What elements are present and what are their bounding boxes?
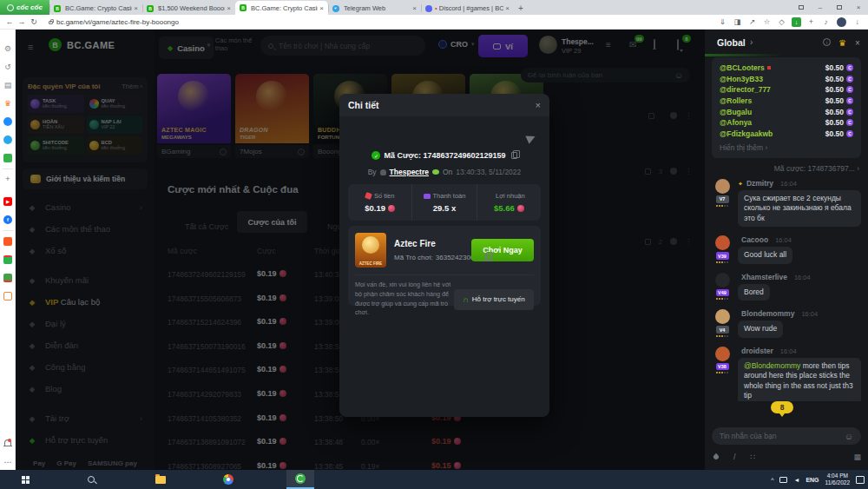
- mention[interactable]: @Blondemommy: [744, 361, 800, 370]
- save-page-icon[interactable]: ⇓: [715, 17, 730, 26]
- profile-avatar[interactable]: [837, 17, 846, 27]
- tip-username[interactable]: @BCLooters: [720, 63, 771, 72]
- back-icon[interactable]: ←: [3, 17, 16, 26]
- chat-close-icon[interactable]: ×: [855, 38, 860, 48]
- hot-icon[interactable]: ♛: [3, 98, 13, 109]
- volume-icon[interactable]: ◄: [793, 477, 799, 483]
- clock[interactable]: 4:04 PM 11/6/2022: [825, 472, 850, 487]
- facebook-icon[interactable]: f: [3, 215, 13, 225]
- history-icon[interactable]: ↺: [3, 62, 13, 72]
- avatar[interactable]: [715, 179, 730, 194]
- message-username[interactable]: Xhamsterlive: [741, 273, 787, 281]
- avatar[interactable]: [715, 273, 730, 287]
- adblock-shield-icon[interactable]: ◇: [774, 17, 789, 26]
- share-icon[interactable]: ↗: [745, 17, 760, 26]
- reload-icon[interactable]: ↻: [28, 17, 40, 26]
- chrome-icon[interactable]: [215, 470, 241, 489]
- chat-bet-reference[interactable]: Mã cược: 1748736797... ›: [774, 164, 859, 173]
- browser-tab[interactable]: BC.Game: Crypto Casino Gam ×: [49, 2, 142, 15]
- rain-tip-icon[interactable]: [713, 453, 720, 460]
- add-shortcut-icon[interactable]: +: [3, 174, 13, 184]
- browser-tab[interactable]: • Discord | #games | BC G ×: [421, 2, 514, 15]
- action-center-icon[interactable]: [856, 476, 865, 484]
- tip-username[interactable]: @Hon3yB33: [720, 75, 763, 83]
- hidden-icons-arrow[interactable]: ^: [771, 477, 773, 483]
- message-username[interactable]: Cacooo: [741, 235, 768, 244]
- taskbar-search-icon[interactable]: [78, 470, 104, 489]
- tab-close-icon[interactable]: ×: [134, 4, 138, 12]
- avatar[interactable]: [715, 309, 730, 324]
- gift-icon[interactable]: [3, 254, 13, 265]
- chat-room-selector[interactable]: Global: [717, 37, 746, 48]
- games-icon[interactable]: [3, 153, 13, 163]
- language-indicator[interactable]: ENG: [806, 477, 819, 483]
- youtube-icon[interactable]: ▶: [3, 196, 13, 207]
- tab-close-icon[interactable]: ×: [505, 4, 510, 12]
- copy-icon[interactable]: [511, 152, 517, 159]
- game-thumbnail[interactable]: AZTEC FIRE: [355, 233, 386, 268]
- tab-close-icon[interactable]: ×: [227, 4, 231, 12]
- message-username[interactable]: Dzmitry: [746, 179, 773, 188]
- settings-icon[interactable]: ⚙: [3, 43, 13, 54]
- browser-tab[interactable]: Telegram Web ×: [328, 2, 421, 15]
- tip-username[interactable]: @Afonya: [720, 118, 752, 127]
- live-support-button[interactable]: ∩Hỗ trợ trực tuyến: [454, 289, 534, 310]
- chat-message: V4 Blondemommy 16:04 Wow rude: [712, 309, 865, 337]
- address-bar[interactable]: bc.game/vi/game/aztec-fire-by-booongo: [56, 18, 715, 26]
- play-now-button[interactable]: Chơi Ngay: [471, 239, 534, 261]
- deals-icon[interactable]: [3, 273, 13, 283]
- forward-icon[interactable]: →: [16, 17, 28, 26]
- emoji-picker-icon[interactable]: ☺: [845, 432, 853, 441]
- tip-username[interactable]: @director_777: [720, 85, 771, 94]
- avatar[interactable]: [715, 347, 730, 361]
- tip-username[interactable]: @Rollers: [720, 96, 752, 105]
- tab-search-icon[interactable]: [792, 0, 811, 15]
- coccoc-menu-button[interactable]: cốc cốc: [0, 0, 49, 15]
- red-dot-icon: [767, 66, 771, 69]
- chat-message-input[interactable]: Tin nhắn của bạn ☺: [712, 427, 861, 445]
- chat-rules-icon[interactable]: i: [823, 38, 831, 46]
- tab-close-icon[interactable]: ×: [412, 4, 417, 12]
- shop-icon[interactable]: [3, 236, 13, 247]
- close-button[interactable]: ×: [849, 0, 868, 15]
- notifications-bell-icon[interactable]: [3, 438, 13, 448]
- modal-close-icon[interactable]: ×: [536, 100, 541, 110]
- translate-icon[interactable]: ◨: [730, 17, 745, 26]
- network-icon[interactable]: [779, 477, 787, 483]
- copy-icon[interactable]: [484, 254, 490, 261]
- message-username[interactable]: droidster: [741, 347, 773, 355]
- trophy-icon[interactable]: ♛: [838, 38, 846, 48]
- chat-commands-icon[interactable]: /: [733, 453, 736, 461]
- browser-tab[interactable]: BC.Game: Crypto Casino Gam ×: [235, 1, 328, 15]
- show-more-link[interactable]: Hiển thị thêm ›: [720, 143, 853, 152]
- new-tab-button[interactable]: +: [514, 2, 528, 15]
- avatar[interactable]: [715, 235, 730, 250]
- tip-amount: $0.50: [825, 63, 853, 72]
- file-explorer-icon[interactable]: [148, 470, 174, 489]
- share-bet-icon[interactable]: [525, 132, 536, 143]
- coccoc-download-icon[interactable]: ↓: [792, 17, 801, 27]
- start-button[interactable]: [12, 470, 38, 489]
- browser-tab[interactable]: $1,500 Weekend Booongo M ×: [142, 2, 235, 15]
- padlock-icon[interactable]: [49, 21, 53, 24]
- tip-username[interactable]: @Fdizkgaakwb: [720, 129, 773, 138]
- player-name[interactable]: Thespectre: [390, 168, 429, 176]
- maximize-button[interactable]: [830, 0, 849, 15]
- coccoc-taskbar-icon[interactable]: [286, 470, 314, 489]
- minimize-button[interactable]: –: [811, 0, 830, 15]
- extensions-icon[interactable]: +: [804, 17, 819, 26]
- downloads-icon[interactable]: ↓: [850, 17, 865, 26]
- cart-icon[interactable]: [3, 291, 13, 301]
- bookmark-star-icon[interactable]: ☆: [760, 17, 774, 26]
- feed-icon[interactable]: ▤: [3, 80, 13, 90]
- messenger-icon[interactable]: [3, 116, 13, 127]
- dice-icon[interactable]: ∷: [751, 453, 756, 461]
- tip-username[interactable]: @Bugalu: [720, 108, 752, 116]
- message-username[interactable]: Blondemommy: [741, 309, 794, 318]
- tab-close-icon[interactable]: ×: [319, 4, 324, 12]
- gif-keyboard-icon[interactable]: ▦: [853, 453, 861, 461]
- weather-icon[interactable]: [3, 135, 13, 145]
- new-messages-badge[interactable]: 8: [771, 401, 793, 413]
- more-icon[interactable]: ⋯: [3, 457, 13, 467]
- media-icon[interactable]: ♪: [819, 17, 833, 26]
